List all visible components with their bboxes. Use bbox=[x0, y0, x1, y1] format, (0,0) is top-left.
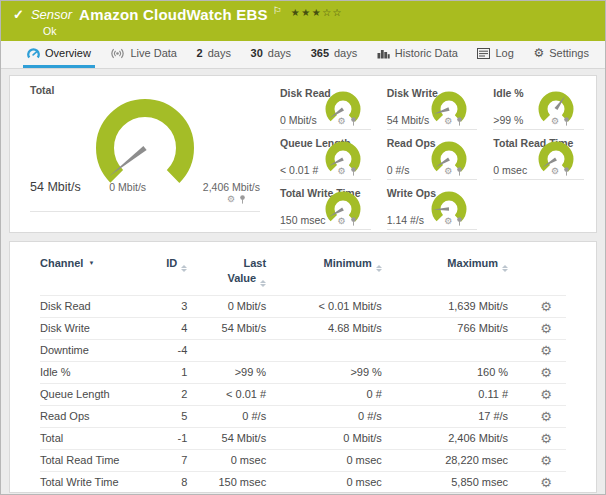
pin-icon[interactable] bbox=[350, 117, 357, 126]
flag-icon[interactable]: ⚐ bbox=[273, 5, 282, 16]
col-header-last-value[interactable]: LastValue bbox=[187, 254, 266, 295]
gauge-read-ops[interactable]: Read Ops0 #/s⚙ bbox=[387, 134, 478, 184]
cell-actions: ⚙ bbox=[508, 449, 566, 471]
tab-label: Historic Data bbox=[395, 47, 458, 59]
channel-gear-icon[interactable]: ⚙ bbox=[338, 167, 346, 176]
priority-stars[interactable]: ★★★☆☆ bbox=[291, 7, 343, 18]
gauge-idle[interactable]: Idle %>99 %⚙ bbox=[493, 84, 584, 134]
channel-row-disk-read[interactable]: Disk Read30 Mbit/s< 0.01 Mbit/s1,639 Mbi… bbox=[40, 295, 566, 317]
cell-max: 17 #/s bbox=[382, 405, 508, 427]
channel-settings-icon[interactable]: ⚙ bbox=[540, 365, 552, 380]
cell-id: 3 bbox=[145, 295, 187, 317]
cell-last: 0 Mbit/s bbox=[187, 295, 266, 317]
sensor-title-row: ✓ Sensor Amazon CloudWatch EBS ⚐ ★★★☆☆ bbox=[13, 6, 595, 23]
pin-icon[interactable] bbox=[350, 217, 357, 226]
channel-gear-icon[interactable]: ⚙ bbox=[444, 117, 452, 126]
channel-row-total-read-time[interactable]: Total Read Time70 msec0 msec28,220 msec⚙ bbox=[40, 449, 566, 471]
gauge-total[interactable]: Total 54 Mbit/s 0 Mbit/s 2,406 Mbit/s ⚙ bbox=[24, 82, 276, 232]
pin-icon[interactable] bbox=[456, 167, 463, 176]
cell-last: 54 Mbit/s bbox=[187, 427, 266, 449]
tab-historic-data[interactable]: Historic Data bbox=[373, 41, 462, 68]
content-area: Total 54 Mbit/s 0 Mbit/s 2,406 Mbit/s ⚙ … bbox=[1, 69, 605, 495]
gauge-total-write-time[interactable]: Total Write Time150 msec⚙ bbox=[280, 184, 371, 234]
tab-settings[interactable]: ⚙Settings bbox=[529, 41, 593, 68]
channel-settings-icon[interactable]: ⚙ bbox=[540, 431, 552, 446]
cell-id: 8 bbox=[145, 471, 187, 493]
tab-2-days[interactable]: 2days bbox=[193, 41, 235, 68]
cell-min: 0 # bbox=[266, 383, 382, 405]
mini-gauge-footer: 0 #/s⚙ bbox=[387, 164, 478, 180]
tab-log[interactable]: Log bbox=[473, 41, 517, 68]
object-type-label: Sensor bbox=[31, 7, 72, 22]
mini-gauge-value: 150 msec bbox=[280, 214, 326, 226]
gauge-icon bbox=[27, 47, 40, 59]
gauge-queue-length[interactable]: Queue Length< 0.01 #⚙ bbox=[280, 134, 371, 184]
tab-overview[interactable]: Overview bbox=[23, 41, 95, 68]
mini-gauge-value: 0 #/s bbox=[387, 164, 410, 176]
channel-gear-icon[interactable]: ⚙ bbox=[551, 167, 559, 176]
pin-icon[interactable] bbox=[563, 167, 570, 176]
channel-row-total-write-time[interactable]: Total Write Time8150 msec0 msec5,850 mse… bbox=[40, 471, 566, 493]
gauge-disk-read[interactable]: Disk Read0 Mbit/s⚙ bbox=[280, 84, 371, 134]
cell-min: < 0.01 Mbit/s bbox=[266, 295, 382, 317]
cell-last: 0 msec bbox=[187, 449, 266, 471]
cell-channel: Disk Read bbox=[40, 295, 145, 317]
channel-gear-icon[interactable]: ⚙ bbox=[227, 195, 235, 204]
cell-min bbox=[266, 339, 382, 361]
channel-settings-icon[interactable]: ⚙ bbox=[540, 387, 552, 402]
channel-row-downtime[interactable]: Downtime-4⚙ bbox=[40, 339, 566, 361]
tab-30-days[interactable]: 30days bbox=[247, 41, 296, 68]
channel-settings-icon[interactable]: ⚙ bbox=[540, 343, 552, 358]
cell-id: 4 bbox=[145, 317, 187, 339]
channel-row-total[interactable]: Total-154 Mbit/s0 Mbit/s2,406 Mbit/s⚙ bbox=[40, 427, 566, 449]
channel-gear-icon[interactable]: ⚙ bbox=[338, 217, 346, 226]
cell-id: 5 bbox=[145, 405, 187, 427]
pin-icon[interactable] bbox=[239, 195, 246, 204]
gauge-write-ops[interactable]: Write Ops1.14 #/s⚙ bbox=[387, 184, 478, 234]
channel-row-idle[interactable]: Idle %1>99 %>99 %160 %⚙ bbox=[40, 361, 566, 383]
channel-gear-icon[interactable]: ⚙ bbox=[338, 117, 346, 126]
channel-gear-icon[interactable]: ⚙ bbox=[551, 117, 559, 126]
gauge-total-read-time[interactable]: Total Read Time0 msec⚙ bbox=[493, 134, 584, 184]
pin-icon[interactable] bbox=[563, 117, 570, 126]
col-header-id[interactable]: ID bbox=[145, 254, 187, 295]
cell-last bbox=[187, 339, 266, 361]
cell-channel: Disk Write bbox=[40, 317, 145, 339]
channel-settings-icon[interactable]: ⚙ bbox=[540, 321, 552, 336]
cell-channel: Total Write Time bbox=[40, 471, 145, 493]
pin-icon[interactable] bbox=[350, 167, 357, 176]
tab-number: 2 bbox=[197, 47, 203, 59]
channel-gear-icon[interactable]: ⚙ bbox=[444, 217, 452, 226]
cell-actions: ⚙ bbox=[508, 405, 566, 427]
channel-settings-icon[interactable]: ⚙ bbox=[540, 409, 552, 424]
tab-365-days[interactable]: 365days bbox=[307, 41, 362, 68]
col-header-minimum[interactable]: Minimum bbox=[266, 254, 382, 295]
channel-row-read-ops[interactable]: Read Ops50 #/s0 #/s17 #/s⚙ bbox=[40, 405, 566, 427]
tab-live-data[interactable]: Live Data bbox=[106, 41, 180, 68]
col-header-maximum[interactable]: Maximum bbox=[382, 254, 508, 295]
tab-label: Overview bbox=[45, 47, 91, 59]
channel-row-queue-length[interactable]: Queue Length2< 0.01 #0 #0.11 #⚙ bbox=[40, 383, 566, 405]
cell-id: 1 bbox=[145, 361, 187, 383]
mini-gauge-footer: 0 Mbit/s⚙ bbox=[280, 114, 371, 130]
pin-icon[interactable] bbox=[456, 117, 463, 126]
channel-settings-icon[interactable]: ⚙ bbox=[540, 475, 552, 490]
channel-row-disk-write[interactable]: Disk Write454 Mbit/s4.68 Mbit/s766 Mbit/… bbox=[40, 317, 566, 339]
cell-last: >99 % bbox=[187, 361, 266, 383]
channel-settings-icon[interactable]: ⚙ bbox=[540, 453, 552, 468]
mini-gauge-footer: 0 msec⚙ bbox=[493, 164, 584, 180]
mini-gauge-footer: < 0.01 #⚙ bbox=[280, 164, 371, 180]
sort-icon bbox=[260, 280, 266, 287]
sort-icon bbox=[181, 265, 187, 272]
col-header-channel[interactable]: Channel▼ bbox=[40, 254, 145, 295]
channel-settings-icon[interactable]: ⚙ bbox=[540, 299, 552, 314]
gauge-action-icons: ⚙ bbox=[551, 167, 570, 176]
pin-icon[interactable] bbox=[456, 217, 463, 226]
live-data-icon bbox=[110, 48, 125, 59]
channel-gear-icon[interactable]: ⚙ bbox=[444, 167, 452, 176]
cell-max: 2,406 Mbit/s bbox=[382, 427, 508, 449]
sort-icon bbox=[502, 265, 508, 272]
gauge-disk-write[interactable]: Disk Write54 Mbit/s⚙ bbox=[387, 84, 478, 134]
mini-gauges-grid: Disk Read0 Mbit/s⚙Disk Write54 Mbit/s⚙Id… bbox=[280, 82, 584, 232]
col-header-actions bbox=[508, 254, 566, 295]
